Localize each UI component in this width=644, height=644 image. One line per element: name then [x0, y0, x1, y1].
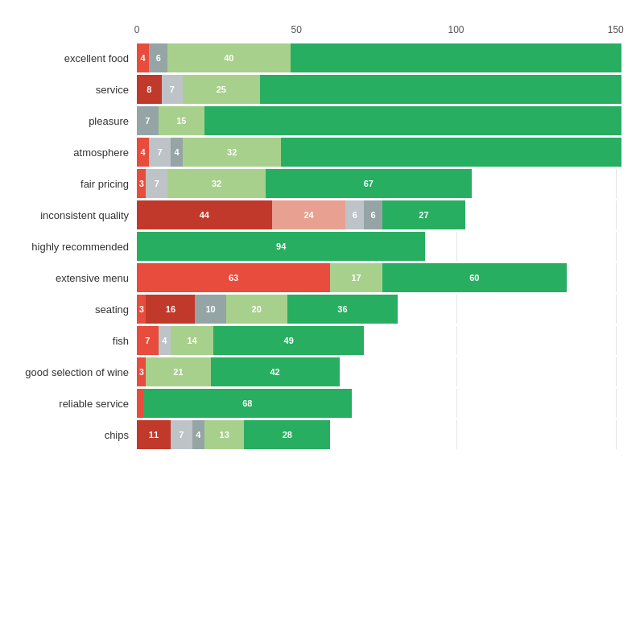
bar-row: service8725 — [137, 75, 620, 104]
bar-row: atmosphere47432 — [137, 138, 620, 167]
bar-segment: 8 — [137, 75, 162, 104]
grid-line — [456, 389, 457, 418]
row-label: chips — [4, 429, 129, 441]
bar-segment: 16 — [146, 295, 195, 324]
bar-segment: 3 — [137, 169, 146, 198]
row-label: inconsistent quality — [4, 209, 129, 221]
bar-segment: 13 — [204, 420, 245, 449]
bar-segment: 4 — [192, 420, 204, 449]
grid-line — [616, 263, 617, 292]
bar-segment: 28 — [244, 420, 330, 449]
bar-row: highly recommended94 — [137, 232, 620, 261]
bar-segment — [281, 138, 621, 167]
axis-label: 100 — [448, 24, 464, 35]
bar-segment: 6 — [149, 43, 167, 72]
bar-segment: 25 — [183, 75, 259, 104]
axis-label: 0 — [134, 24, 140, 35]
bar-row: excellent food4640 — [137, 43, 620, 72]
bar-segment: 3 — [137, 295, 146, 324]
grid-line — [616, 326, 617, 355]
bar-segment: 4 — [159, 326, 171, 355]
bar-segment: 36 — [287, 295, 398, 324]
bar-segment: 32 — [167, 169, 266, 198]
bar-segment: 27 — [382, 200, 465, 229]
grid-line — [616, 420, 617, 449]
bar-segment: 4 — [137, 43, 149, 72]
bar-row: pleasure715 — [137, 106, 620, 135]
bar-segment: 11 — [137, 420, 171, 449]
bar-segment: 3 — [137, 357, 146, 386]
bar-row: chips11741328 — [137, 420, 620, 449]
grid-line — [616, 357, 617, 386]
bar-row: fish741449 — [137, 326, 620, 355]
bar-segment: 20 — [226, 295, 287, 324]
bar-row: reliable service68 — [137, 389, 620, 418]
bar-segment: 10 — [195, 295, 225, 324]
bar-container: 4640 — [137, 43, 621, 72]
row-label: reliable service — [4, 398, 129, 410]
bar-row: inconsistent quality44246627 — [137, 200, 620, 229]
bar-row: seating316102036 — [137, 295, 620, 324]
bar-segment: 7 — [162, 75, 184, 104]
axis-labels: 050100150 — [137, 24, 620, 40]
row-label: extensive menu — [4, 272, 129, 284]
grid-line — [456, 232, 457, 261]
bar-segment: 7 — [137, 106, 159, 135]
bar-segment: 42 — [211, 357, 340, 386]
bar-row: good selection of wine32142 — [137, 357, 620, 386]
bar-segment — [291, 43, 622, 72]
bar-segment: 21 — [146, 357, 210, 386]
bar-segment: 68 — [143, 389, 352, 418]
row-label: highly recommended — [4, 241, 129, 253]
bar-segment: 7 — [171, 420, 192, 449]
grid-line — [616, 169, 617, 198]
bar-segment: 6 — [364, 200, 382, 229]
bar-segment: 32 — [183, 138, 281, 167]
chart-area: 050100150 excellent food4640service8725p… — [8, 24, 636, 452]
bar-segment: 60 — [382, 263, 567, 292]
bar-segment — [204, 106, 622, 135]
bar-segment — [260, 75, 622, 104]
bar-container: 373267 — [137, 169, 472, 198]
bar-container: 8725 — [137, 75, 621, 104]
bar-segment: 7 — [137, 326, 159, 355]
bar-segment: 40 — [167, 43, 291, 72]
bar-row: extensive menu631760 — [137, 263, 620, 292]
bar-segment: 94 — [137, 232, 425, 261]
grid-line — [456, 420, 457, 449]
bar-segment: 4 — [137, 138, 149, 167]
bar-segment: 14 — [171, 326, 213, 355]
bar-segment: 44 — [137, 200, 272, 229]
grid-line — [616, 232, 617, 261]
row-label: good selection of wine — [4, 366, 129, 378]
bar-segment: 6 — [345, 200, 364, 229]
bar-segment: 4 — [171, 138, 183, 167]
grid-line — [616, 389, 617, 418]
bar-container: 631760 — [137, 263, 567, 292]
bar-segment: 7 — [146, 169, 167, 198]
bar-segment — [137, 389, 143, 418]
axis-label: 50 — [291, 24, 302, 35]
grid-line — [456, 326, 457, 355]
bar-container: 741449 — [137, 326, 364, 355]
grid-line — [456, 295, 457, 324]
row-label: atmosphere — [4, 147, 129, 159]
bar-container: 94 — [137, 232, 425, 261]
row-label: service — [4, 84, 129, 96]
row-label: fair pricing — [4, 178, 129, 190]
row-label: seating — [4, 303, 129, 316]
row-label: excellent food — [4, 52, 129, 64]
grid-line — [616, 200, 617, 229]
bar-container: 715 — [137, 106, 621, 135]
bar-container: 47432 — [137, 138, 621, 167]
bar-container: 44246627 — [137, 200, 465, 229]
bar-segment: 49 — [213, 326, 364, 355]
grid-line — [456, 357, 457, 386]
row-label: pleasure — [4, 115, 129, 127]
bar-segment: 17 — [330, 263, 382, 292]
bar-container: 32142 — [137, 357, 340, 386]
bar-rows-container: excellent food4640service8725pleasure715… — [137, 43, 620, 452]
bar-segment: 67 — [266, 169, 471, 198]
bar-segment: 24 — [272, 200, 346, 229]
bar-container: 316102036 — [137, 295, 398, 324]
